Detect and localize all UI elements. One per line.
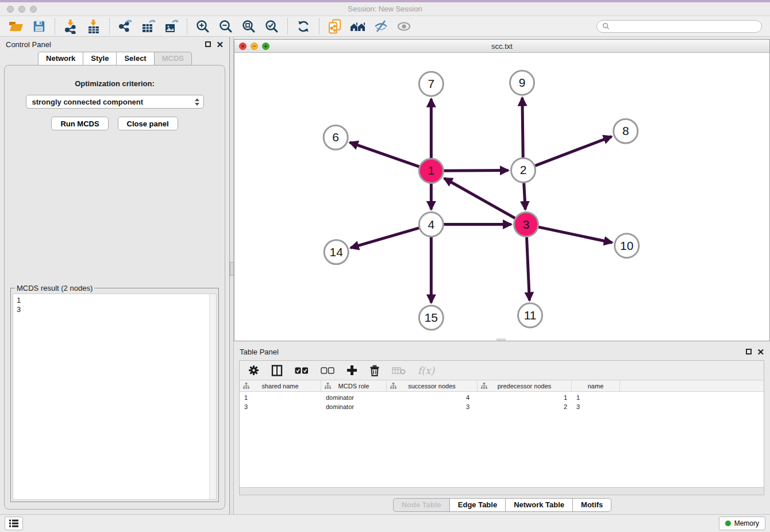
svg-text:8: 8 (622, 124, 629, 137)
run-mcds-button[interactable]: Run MCDS (51, 117, 108, 130)
network-minimize-button[interactable]: − (251, 43, 258, 50)
toolbar-separator (287, 18, 288, 34)
column-header-name[interactable]: name (572, 380, 620, 391)
edge-3-1[interactable] (444, 178, 526, 224)
export-image-button[interactable] (161, 18, 182, 35)
close-panel-icon[interactable]: ✕ (216, 40, 224, 49)
node-15[interactable]: 15 (419, 306, 443, 330)
search-input[interactable] (613, 22, 756, 31)
tab-node-table[interactable]: Node Table (393, 498, 450, 512)
result-item[interactable]: 1 (17, 296, 213, 305)
node-9[interactable]: 9 (510, 71, 534, 95)
toolbar-separator (319, 18, 319, 34)
table-row[interactable]: 1dominator411 (240, 393, 764, 402)
svg-text:14: 14 (330, 245, 344, 259)
node-10[interactable]: 10 (615, 234, 639, 258)
optimization-criterion-select[interactable]: strongly connected component (26, 95, 204, 109)
edge-2-8[interactable] (523, 137, 612, 171)
canvas-resize-grip[interactable] (496, 338, 506, 341)
node-3[interactable]: 3 (514, 213, 538, 237)
network-close-button[interactable]: × (239, 43, 247, 50)
network-graph[interactable]: 7968124314101511 (234, 53, 769, 341)
houses-icon (350, 19, 366, 34)
save-session-button[interactable] (29, 18, 49, 35)
result-scrollbar[interactable] (209, 294, 216, 499)
tab-network[interactable]: Network (38, 52, 83, 65)
zoom-fit-button[interactable] (238, 18, 259, 35)
tab-edge-table[interactable]: Edge Table (449, 498, 506, 512)
node-11[interactable]: 11 (518, 303, 542, 327)
column-label: MCDS role (338, 383, 369, 390)
cell-predecessor-nodes: 1 (478, 394, 572, 401)
deselect-all-button[interactable] (321, 367, 334, 374)
control-panel: Control Panel ✕ NetworkStyleSelectMCDS O… (0, 37, 230, 514)
search-box (596, 20, 762, 33)
float-table-panel-icon[interactable] (746, 349, 752, 354)
zoom-out-button[interactable] (215, 18, 236, 35)
panel-splitter[interactable] (230, 37, 234, 514)
export-table-button[interactable] (138, 18, 159, 35)
column-header-predecessor-nodes[interactable]: predecessor nodes (478, 380, 572, 391)
cell-MCDS-role: dominator (321, 394, 387, 401)
zoom-in-button[interactable] (192, 18, 213, 35)
zoom-selected-button[interactable] (261, 18, 282, 35)
table-hscrollbar[interactable] (240, 487, 764, 495)
gear-icon (248, 365, 259, 376)
control-panel-title: Control Panel (6, 40, 51, 49)
tab-mcds[interactable]: MCDS (154, 52, 192, 65)
task-history-button[interactable] (5, 516, 23, 530)
svg-text:15: 15 (425, 311, 438, 324)
export-network-button[interactable] (115, 18, 136, 35)
node-8[interactable]: 8 (614, 119, 638, 143)
refresh-icon (296, 19, 311, 34)
select-all-button[interactable] (295, 367, 309, 374)
refresh-button[interactable] (293, 18, 314, 35)
node-6[interactable]: 6 (324, 125, 348, 149)
close-panel-button[interactable]: Close panel (118, 117, 178, 130)
close-table-panel-icon[interactable]: ✕ (757, 348, 764, 356)
column-header-successor-nodes[interactable]: successor nodes (387, 380, 478, 391)
minimize-window-button[interactable] (18, 6, 25, 13)
node-4[interactable]: 4 (419, 213, 443, 237)
open-session-button[interactable] (6, 18, 26, 35)
mcds-result-list[interactable]: 13 (13, 294, 217, 500)
column-label: predecessor nodes (498, 383, 552, 390)
delete-columns-button[interactable] (369, 365, 380, 376)
column-header-shared-name[interactable]: shared name (240, 380, 321, 391)
close-window-button[interactable] (7, 6, 14, 13)
zoom-selected-icon (264, 19, 279, 34)
node-14[interactable]: 14 (324, 240, 348, 264)
result-item[interactable]: 3 (17, 305, 213, 314)
tab-motifs[interactable]: Motifs (572, 498, 611, 512)
column-header-MCDS-role[interactable]: MCDS role (321, 380, 387, 391)
tab-select[interactable]: Select (116, 52, 154, 65)
splitter-grip[interactable] (230, 262, 234, 276)
create-column-button[interactable] (346, 365, 357, 376)
table-row[interactable]: 3dominator323 (240, 402, 764, 411)
import-table-button[interactable] (83, 18, 104, 35)
header-filler (620, 380, 764, 391)
network-zoom-button[interactable]: + (262, 43, 270, 50)
edge-3-10[interactable] (526, 225, 613, 243)
column-settings-button[interactable] (248, 365, 259, 376)
zoom-fit-icon (241, 19, 256, 34)
search-icon (602, 22, 610, 30)
unchecked-boxes-icon (321, 367, 334, 374)
hide-selected-button[interactable] (371, 18, 391, 35)
tab-style[interactable]: Style (83, 52, 117, 65)
split-columns-button[interactable] (271, 365, 283, 376)
float-panel-icon[interactable] (205, 41, 211, 47)
show-all-button[interactable] (394, 18, 414, 35)
node-7[interactable]: 7 (419, 72, 443, 96)
node-1[interactable]: 1 (419, 159, 443, 183)
table-header: shared nameMCDS rolesuccessor nodesprede… (240, 380, 764, 392)
tab-network-table[interactable]: Network Table (505, 498, 573, 512)
node-2[interactable]: 2 (511, 158, 536, 182)
memory-button[interactable]: Memory (719, 516, 765, 530)
zoom-window-button[interactable] (30, 6, 37, 13)
eye-icon (396, 19, 411, 34)
import-network-button[interactable] (60, 18, 81, 35)
network-canvas[interactable]: 7968124314101511 (234, 53, 769, 341)
clone-network-button[interactable] (325, 18, 345, 35)
nested-networks-button[interactable] (348, 18, 368, 35)
